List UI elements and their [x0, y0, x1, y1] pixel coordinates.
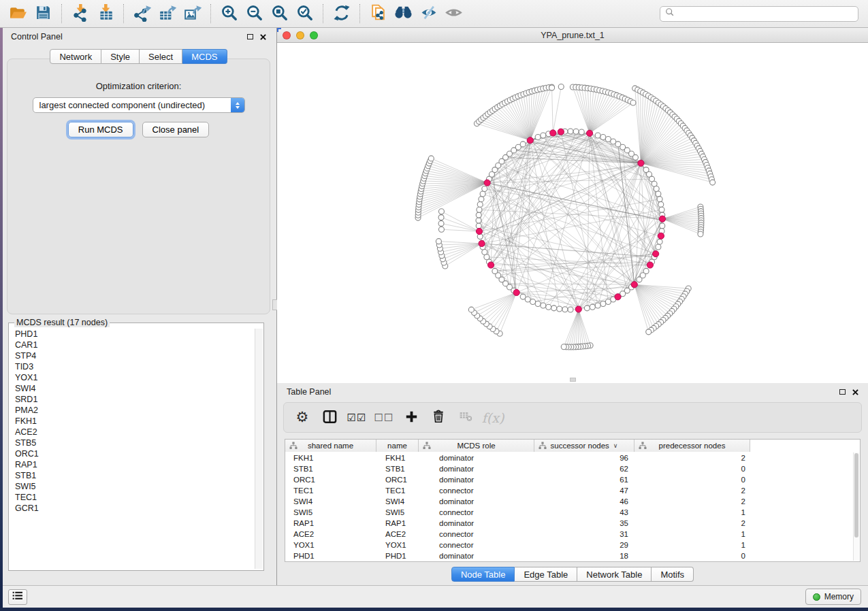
network-leaf-node[interactable]: [438, 209, 444, 214]
search-input[interactable]: [678, 9, 853, 18]
network-node[interactable]: [595, 133, 600, 138]
select-all-rows-button[interactable]: ☑☑: [347, 406, 367, 430]
network-node[interactable]: [659, 207, 664, 212]
network-node[interactable]: [658, 201, 664, 207]
network-node[interactable]: [600, 135, 606, 140]
network-node[interactable]: [656, 244, 661, 250]
optimization-criterion-select[interactable]: largest connected component (undirected): [33, 97, 245, 113]
tab-node-table[interactable]: Node Table: [451, 567, 515, 582]
column-header-successor-nodes[interactable]: successor nodes∨: [534, 440, 634, 452]
network-node[interactable]: [541, 303, 546, 308]
network-leaf-node[interactable]: [558, 84, 564, 89]
network-node[interactable]: [637, 277, 642, 282]
network-node[interactable]: [520, 294, 526, 299]
mcds-hub-node[interactable]: [615, 294, 621, 300]
mcds-hub-node[interactable]: [513, 289, 519, 295]
tab-select[interactable]: Select: [140, 49, 182, 64]
horizontal-splitter-grip[interactable]: [570, 378, 576, 382]
mcds-result-list[interactable]: PHD1CAR1STP4TID3YOX1SWI4SRD1PMA2FKH1ACE2…: [10, 329, 254, 569]
network-node[interactable]: [479, 197, 484, 202]
mcds-hub-node[interactable]: [479, 240, 485, 246]
network-leaf-node[interactable]: [549, 85, 555, 90]
network-leaf-node[interactable]: [438, 215, 444, 220]
import-table-button[interactable]: [94, 2, 116, 25]
mcds-result-item[interactable]: SWI4: [10, 383, 254, 394]
mcds-result-item[interactable]: STB5: [10, 437, 254, 448]
clear-selection-button[interactable]: ☐☐: [374, 406, 394, 430]
network-leaf-node[interactable]: [428, 156, 434, 161]
network-node[interactable]: [605, 299, 611, 304]
mcds-result-item[interactable]: TEC1: [10, 492, 254, 503]
network-node[interactable]: [605, 137, 611, 142]
table-row[interactable]: RAP1RAP1dominator352: [285, 518, 853, 529]
import-network-button[interactable]: [69, 2, 91, 25]
column-header-predecessor-nodes[interactable]: predecessor nodes: [634, 440, 750, 452]
mcds-result-item[interactable]: STP4: [10, 350, 254, 361]
network-node[interactable]: [657, 197, 662, 202]
network-leaf-node[interactable]: [630, 100, 636, 105]
network-node[interactable]: [660, 223, 665, 229]
refresh-layout-button[interactable]: [330, 2, 353, 25]
mcds-result-item[interactable]: SWI5: [10, 481, 254, 492]
network-node[interactable]: [482, 249, 487, 254]
mcds-result-item[interactable]: YOX1: [10, 372, 254, 383]
mcds-result-item[interactable]: FKH1: [10, 416, 254, 427]
mcds-hub-node[interactable]: [487, 262, 494, 268]
zoom-selected-button[interactable]: [293, 2, 316, 25]
network-leaf-node[interactable]: [438, 220, 444, 226]
tab-network[interactable]: Network: [50, 49, 101, 64]
network-leaf-node[interactable]: [710, 180, 716, 185]
mcds-result-item[interactable]: ORC1: [10, 448, 254, 459]
tab-network-table[interactable]: Network Table: [577, 567, 652, 582]
network-node[interactable]: [477, 207, 482, 212]
mcds-hub-node[interactable]: [527, 137, 533, 144]
mcds-hub-node[interactable]: [476, 228, 482, 234]
table-row[interactable]: STB1STB1dominator620: [285, 463, 853, 474]
network-node[interactable]: [584, 306, 590, 311]
network-canvas[interactable]: [277, 43, 868, 382]
tab-motifs[interactable]: Motifs: [652, 567, 694, 582]
column-header-name[interactable]: name: [376, 440, 419, 452]
network-node[interactable]: [535, 135, 541, 140]
network-node[interactable]: [476, 212, 481, 218]
mcds-result-item[interactable]: PMA2: [10, 405, 254, 416]
mcds-hub-node[interactable]: [658, 233, 664, 239]
network-node[interactable]: [595, 303, 600, 308]
column-header-mcds-role[interactable]: MCDS role: [419, 440, 534, 452]
mcds-result-item[interactable]: GCR1: [10, 503, 254, 514]
mcds-result-item[interactable]: RAP1: [10, 459, 254, 470]
network-node[interactable]: [477, 201, 483, 207]
network-node[interactable]: [656, 191, 661, 197]
export-table-button[interactable]: [156, 2, 178, 25]
mcds-hub-node[interactable]: [484, 180, 490, 186]
run-mcds-button[interactable]: Run MCDS: [68, 122, 133, 137]
table-settings-button[interactable]: ⚙: [292, 406, 312, 430]
network-node[interactable]: [530, 299, 536, 304]
mcds-result-item[interactable]: CAR1: [10, 340, 254, 350]
table-row[interactable]: PHD1PHD1dominator180: [285, 550, 853, 561]
network-node[interactable]: [476, 223, 481, 229]
network-leaf-node[interactable]: [646, 329, 652, 335]
network-node[interactable]: [579, 129, 584, 135]
network-leaf-node[interactable]: [436, 239, 441, 244]
network-node[interactable]: [492, 268, 498, 274]
mcds-hub-node[interactable]: [659, 216, 665, 222]
network-node[interactable]: [551, 306, 557, 311]
tab-style[interactable]: Style: [101, 49, 140, 64]
clone-network-button[interactable]: [367, 2, 389, 25]
zoom-fit-button[interactable]: [268, 2, 291, 25]
search-box[interactable]: [660, 6, 858, 22]
network-node[interactable]: [546, 304, 551, 310]
mcds-hub-node[interactable]: [550, 130, 556, 136]
zoom-in-button[interactable]: [218, 2, 240, 25]
network-node[interactable]: [562, 307, 568, 312]
table-row[interactable]: ORC1ORC1dominator610: [285, 474, 853, 485]
mcds-hub-node[interactable]: [575, 306, 581, 312]
split-table-view-button[interactable]: [319, 406, 340, 430]
network-node[interactable]: [632, 154, 638, 160]
network-node[interactable]: [476, 218, 481, 223]
delete-column-button[interactable]: [428, 406, 449, 430]
result-scrollbar[interactable]: [255, 329, 263, 569]
tab-edge-table[interactable]: Edge Table: [515, 567, 577, 582]
network-leaf-node[interactable]: [438, 227, 444, 232]
